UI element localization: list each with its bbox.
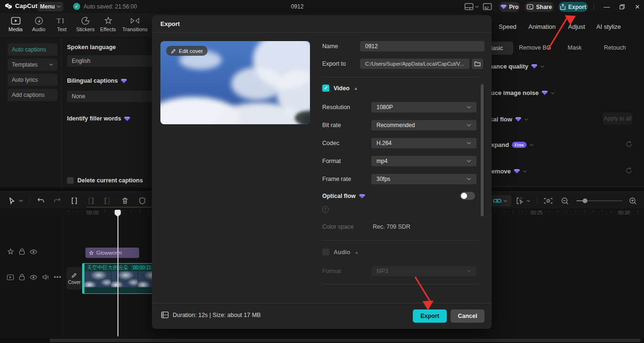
collapse-caret-icon[interactable]: ▲ [354, 86, 358, 91]
chevron-down-icon [529, 144, 534, 146]
ruler-tick [86, 210, 87, 213]
bit-rate-select[interactable]: Recommended [371, 120, 477, 130]
cancel-button[interactable]: Cancel [451, 309, 485, 323]
cover-button[interactable]: Cover [67, 267, 82, 290]
chevron-down-icon [551, 92, 555, 94]
auto-select-button[interactable] [516, 197, 530, 205]
optical-flow-toggle[interactable] [460, 192, 475, 200]
expand-row[interactable]: Expand Free [487, 141, 534, 148]
undo-button[interactable] [37, 197, 45, 205]
select-tool-dropdown[interactable] [19, 199, 23, 202]
checkbox-unchecked[interactable] [67, 177, 74, 184]
collapse-caret-icon[interactable]: ▲ [354, 250, 359, 255]
app-name: CapCut [15, 2, 37, 9]
slider-handle[interactable] [583, 198, 587, 203]
mask-tool-button[interactable] [139, 197, 146, 205]
delete-button[interactable] [121, 197, 129, 205]
delete-current-captions-option[interactable]: Delete current captions [67, 177, 143, 184]
video-section-header[interactable]: ✓ Video ▲ [322, 85, 358, 92]
edit-cover-button[interactable]: Edit cover [166, 46, 208, 56]
sidebar-item-auto-captions[interactable]: Auto captions [8, 43, 58, 56]
close-button[interactable]: ✕ [632, 1, 643, 12]
timeline-zoom-slider[interactable] [577, 200, 623, 201]
clip-left-trim-handle[interactable] [82, 263, 84, 294]
zoom-out-button[interactable] [561, 197, 569, 205]
tab-adjust[interactable]: Adjust [568, 23, 585, 30]
playhead-line[interactable] [117, 210, 118, 336]
delete-right-button[interactable] [103, 197, 111, 205]
dialog-scrollbar[interactable] [481, 84, 484, 216]
tab-media[interactable]: Media [4, 17, 27, 32]
tab-speed[interactable]: Speed [499, 23, 517, 30]
tab-stickers[interactable]: Stickers [74, 17, 97, 32]
spoken-language-select[interactable]: English [67, 55, 156, 67]
expand-reset-button[interactable] [625, 140, 633, 148]
subtab-mask[interactable]: Mask [568, 44, 582, 51]
apply-to-all-button[interactable]: Apply to all [602, 112, 633, 125]
subtab-remove-bg[interactable]: Remove BG [519, 44, 551, 51]
section-divider [322, 284, 478, 284]
format-select[interactable]: mp4 [371, 156, 477, 166]
layout-toggle-button[interactable] [464, 2, 479, 11]
tab-transitions[interactable]: Transitions [120, 17, 150, 32]
eye-icon[interactable] [30, 249, 37, 255]
captions-panel-toggle-button[interactable] [483, 2, 492, 11]
tab-animation[interactable]: Animation [528, 23, 556, 30]
link-preview-button[interactable] [489, 195, 511, 206]
frame-rate-select[interactable]: 30fps [371, 174, 477, 184]
name-input[interactable]: 0912 [360, 41, 485, 51]
preview-zoom-button[interactable] [544, 197, 553, 205]
tab-effects[interactable]: Effects [97, 17, 119, 32]
resolution-select[interactable]: 1080P [371, 102, 477, 112]
split-button[interactable] [70, 197, 78, 205]
ruler-tick [637, 210, 638, 213]
audio-checkbox-unchecked[interactable] [322, 249, 329, 256]
sidebar-item-templates[interactable]: Templates [8, 59, 58, 71]
export-button-top[interactable]: Export [559, 2, 588, 12]
zoom-out-icon [561, 197, 569, 205]
zoom-in-button[interactable] [629, 197, 637, 205]
remove-row[interactable]: Remove [487, 168, 527, 175]
video-clip-title: 天空中巨大的云朵 [87, 264, 128, 271]
more-options-icon[interactable]: ••• [54, 274, 62, 281]
video-checkbox-checked[interactable]: ✓ [322, 85, 329, 92]
delete-left-button[interactable] [87, 197, 95, 205]
menu-button[interactable]: Menu [38, 2, 63, 11]
eye-icon[interactable] [30, 274, 37, 280]
format-label: Format [322, 158, 341, 164]
subtab-retouch[interactable]: Retouch [604, 44, 626, 51]
audio-section-header[interactable]: Audio ▲ [322, 249, 359, 256]
remove-reset-button[interactable] [625, 167, 633, 174]
lock-icon[interactable] [19, 274, 25, 281]
sidebar-item-auto-lyrics[interactable]: Auto lyrics [8, 74, 58, 86]
resolution-label: Resolution [322, 104, 350, 111]
export-confirm-button[interactable]: Export [413, 309, 447, 323]
export-dialog: Export Edit cover Name 0912 Export to C:… [152, 15, 492, 329]
app-logo: CapCut [5, 2, 37, 9]
timeline-horizontal-scrollbar[interactable] [50, 339, 641, 342]
tab-ai-stylize[interactable]: AI stylize [596, 23, 621, 30]
section-divider [322, 77, 478, 77]
minimize-button[interactable]: — [602, 1, 612, 12]
speaker-icon[interactable] [42, 274, 49, 280]
codec-select[interactable]: H.264 [371, 138, 477, 148]
pro-button[interactable]: Pro [499, 2, 520, 12]
select-tool-button[interactable] [8, 197, 16, 205]
video-track-icon [7, 274, 14, 281]
tab-audio[interactable]: Audio [27, 17, 50, 32]
redo-button[interactable] [53, 197, 61, 205]
maximize-button[interactable] [617, 1, 627, 12]
effect-clip-glowworm[interactable]: Glowworm [85, 248, 139, 258]
cover-preview[interactable]: Edit cover [160, 41, 310, 124]
tab-text[interactable]: TI Text [50, 17, 73, 32]
browse-folder-button[interactable] [472, 59, 483, 69]
help-icon[interactable]: ? [322, 206, 329, 213]
restore-icon [619, 4, 625, 9]
bilingual-captions-select[interactable]: None [67, 91, 156, 102]
sidebar-item-add-captions[interactable]: Add captions [8, 89, 58, 101]
share-button[interactable]: Share [525, 2, 554, 12]
export-path-field[interactable]: C:/Users/Super/AppData/Local/CapCut/V... [360, 59, 469, 69]
lock-icon[interactable] [19, 248, 25, 255]
trash-icon [121, 197, 129, 205]
split-delete-right-icon [103, 197, 111, 205]
